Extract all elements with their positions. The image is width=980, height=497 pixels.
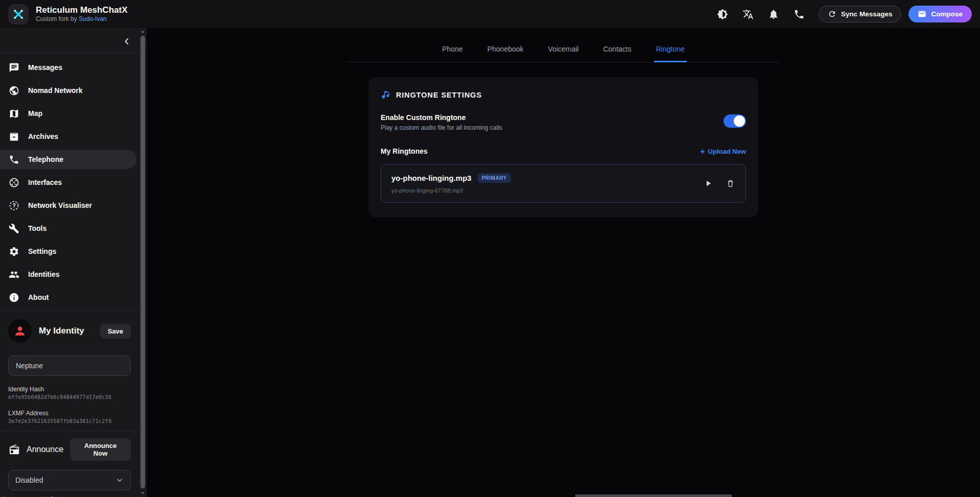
lxmf-address-value: 3e7e2e37621635587fb83a381c71c2f9 — [8, 418, 131, 424]
main-content: Phone Phonebook Voicemail Contacts Ringt… — [147, 28, 980, 497]
sidebar-item-label: Interfaces — [28, 178, 62, 186]
sidebar-item-tools[interactable]: Tools — [0, 219, 139, 238]
tab-phone[interactable]: Phone — [440, 45, 464, 62]
my-identity-section: My Identity Save Identity Hash effe95b04… — [0, 311, 139, 424]
people-icon — [9, 269, 19, 280]
dashed-circle-question-icon: ? — [9, 200, 19, 211]
refresh-icon — [828, 10, 836, 18]
telephone-tabs: Phone Phonebook Voicemail Contacts Ringt… — [347, 45, 780, 62]
plus-icon: + — [700, 148, 705, 155]
sidebar-item-telephone[interactable]: Telephone — [0, 150, 136, 169]
app-window: Reticulum MeshChatX Custom fork by Sudo-… — [0, 0, 980, 497]
save-button[interactable]: Save — [100, 324, 131, 339]
app-logo — [8, 4, 29, 25]
scroll-down-arrow-icon[interactable]: ▼ — [139, 490, 147, 497]
sidebar-item-map[interactable]: Map — [0, 104, 139, 123]
notifications-icon[interactable] — [767, 8, 780, 20]
globe-icon — [9, 85, 19, 96]
delete-button[interactable] — [726, 179, 735, 188]
person-icon — [13, 324, 27, 338]
sidebar-item-identities[interactable]: Identities — [0, 265, 139, 284]
announce-interval-select[interactable]: Disabled — [8, 470, 131, 490]
sync-messages-label: Sync Messages — [841, 10, 893, 18]
sidebar-item-network-visualiser[interactable]: ? Network Visualiser — [0, 196, 139, 215]
phone-icon[interactable] — [793, 8, 805, 20]
play-button[interactable] — [704, 179, 713, 188]
svg-text:?: ? — [12, 202, 16, 208]
top-header: Reticulum MeshChatX Custom fork by Sudo-… — [0, 0, 980, 28]
enable-custom-ringtone-label: Enable Custom Ringtone — [381, 113, 502, 122]
chevron-left-icon — [122, 36, 132, 46]
sidebar-item-label: Map — [28, 109, 42, 117]
sidebar-scrollbar[interactable]: ▲ ▼ — [139, 28, 147, 497]
announce-section: Announce Announce Now Disabled Last anno… — [0, 431, 139, 497]
mail-icon — [918, 10, 926, 18]
compose-label: Compose — [931, 10, 963, 18]
chevron-down-icon — [115, 476, 124, 484]
my-identity-title: My Identity — [39, 326, 93, 336]
sidebar-item-label: Network Visualiser — [28, 201, 92, 209]
archive-icon — [9, 131, 19, 142]
sidebar-item-settings[interactable]: Settings — [0, 242, 139, 261]
upload-new-button[interactable]: + Upload New — [700, 148, 746, 155]
sidebar: Messages Nomad Network Map Archives Tele… — [0, 28, 139, 497]
identity-hash-label: Identity Hash — [8, 386, 131, 393]
sidebar-scrollbar-thumb[interactable] — [141, 36, 145, 488]
scroll-up-arrow-icon[interactable]: ▲ — [139, 28, 147, 35]
avatar — [8, 319, 32, 343]
tab-ringtone[interactable]: Ringtone — [654, 45, 687, 62]
trash-icon — [726, 179, 735, 188]
ringtone-filename: yo-phone-linging-67788.mp3 — [391, 187, 511, 194]
ringtone-settings-title: RINGTONE SETTINGS — [396, 91, 482, 99]
wrench-icon — [9, 223, 19, 234]
author-link[interactable]: Sudo-Ivan — [79, 15, 107, 22]
ringtone-settings-card: RINGTONE SETTINGS Enable Custom Ringtone… — [368, 77, 758, 217]
sidebar-item-label: Tools — [28, 224, 46, 232]
sidebar-item-label: Identities — [28, 270, 59, 278]
map-icon — [9, 108, 19, 119]
sidebar-item-label: Nomad Network — [28, 86, 83, 94]
ringtone-list-item: yo-phone-linging.mp3 PRIMARY yo-phone-li… — [381, 164, 746, 203]
upload-new-label: Upload New — [708, 148, 746, 155]
announce-now-button[interactable]: Announce Now — [70, 438, 131, 461]
enable-custom-ringtone-toggle[interactable] — [724, 114, 746, 128]
identity-hash-value: effe95b0482d7b6c04844977d17e0c36 — [8, 394, 131, 400]
compose-button[interactable]: Compose — [908, 6, 972, 22]
sidebar-item-label: About — [28, 293, 49, 301]
my-ringtones-title: My Ringtones — [381, 147, 428, 155]
horizontal-scrollbar-thumb[interactable] — [575, 494, 732, 497]
sidebar-nav: Messages Nomad Network Map Archives Tele… — [0, 53, 139, 307]
gear-icon — [9, 246, 19, 257]
meshchat-x-icon — [12, 8, 25, 20]
announce-title: Announce — [27, 445, 63, 454]
app-subtitle: Custom fork by Sudo-Ivan — [36, 15, 127, 23]
sidebar-collapse-button[interactable] — [122, 36, 132, 46]
app-title: Reticulum MeshChatX — [36, 5, 127, 15]
chat-icon — [9, 62, 19, 73]
music-note-icon — [381, 90, 390, 100]
tab-contacts[interactable]: Contacts — [601, 45, 633, 62]
sidebar-item-label: Settings — [28, 247, 56, 255]
identity-name-input[interactable] — [8, 356, 131, 376]
sidebar-item-about[interactable]: About — [0, 288, 139, 307]
translate-icon[interactable] — [742, 8, 754, 20]
enable-custom-ringtone-description: Play a custom audio file for all incomin… — [381, 124, 502, 131]
sidebar-item-archives[interactable]: Archives — [0, 127, 139, 146]
hub-icon — [9, 177, 19, 188]
toggle-knob — [734, 115, 745, 127]
sidebar-item-label: Archives — [28, 132, 58, 140]
ringtone-name: yo-phone-linging.mp3 — [391, 174, 472, 182]
play-icon — [704, 179, 713, 188]
sidebar-item-nomad-network[interactable]: Nomad Network — [0, 81, 139, 100]
sync-messages-button[interactable]: Sync Messages — [819, 6, 902, 22]
radio-icon — [9, 444, 20, 455]
info-icon — [9, 292, 19, 303]
brightness-icon[interactable] — [716, 8, 729, 20]
tab-phonebook[interactable]: Phonebook — [485, 45, 526, 62]
tab-voicemail[interactable]: Voicemail — [546, 45, 581, 62]
sidebar-item-messages[interactable]: Messages — [0, 58, 139, 77]
announce-interval-value: Disabled — [15, 476, 43, 484]
sidebar-item-label: Telephone — [28, 155, 63, 163]
identity-divider — [8, 349, 131, 349]
sidebar-item-interfaces[interactable]: Interfaces — [0, 173, 139, 192]
